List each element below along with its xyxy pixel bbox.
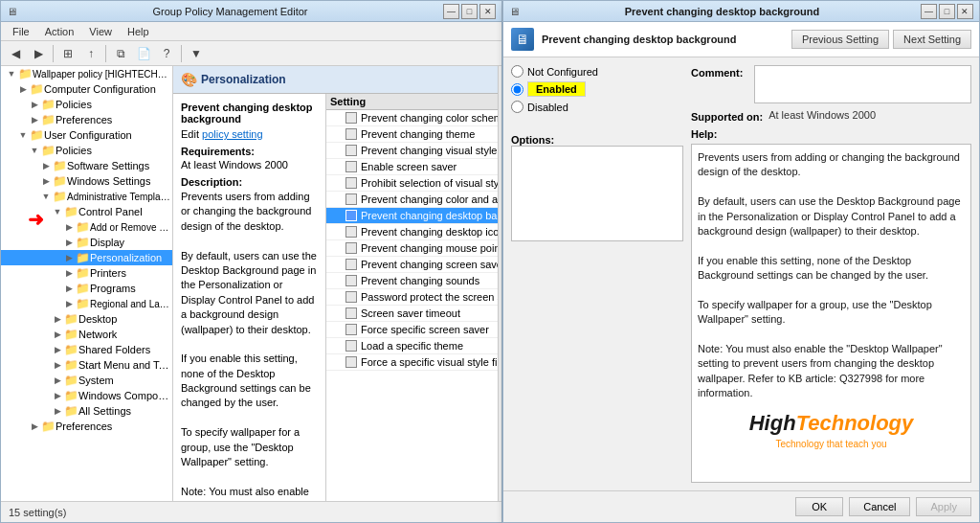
tree-item-user-config[interactable]: ▼ 📁 User Configuration (1, 127, 172, 143)
radio-not-configured[interactable]: Not Configured (511, 65, 683, 78)
menu-view[interactable]: View (81, 24, 120, 39)
tree-item-printers[interactable]: ▶ 📁 Printers (1, 265, 172, 281)
prev-setting-button[interactable]: Previous Setting (791, 30, 889, 49)
tree-item-policies-cc[interactable]: ▶ 📁 Policies (1, 97, 172, 112)
setting-item-1[interactable]: Prevent changing theme (326, 126, 498, 143)
setting-item-10[interactable]: Prevent changing sounds (326, 273, 498, 289)
dialog-minimize-button[interactable]: — (921, 4, 937, 19)
expand-icon-uc: ▼ (16, 130, 30, 140)
setting-item-8[interactable]: Prevent changing mouse pointers (326, 240, 498, 257)
help-button[interactable]: ? (156, 43, 177, 64)
cancel-button[interactable]: Cancel (849, 497, 910, 516)
radio-enabled-input[interactable] (511, 83, 523, 96)
setting-item-13[interactable]: Force specific screen saver (326, 322, 498, 338)
forward-button[interactable]: ▶ (28, 43, 49, 64)
filter-button[interactable]: ▼ (186, 43, 207, 64)
apply-button[interactable]: Apply (916, 497, 971, 516)
tree-item-controlpanel[interactable]: ▼ 📁 Control Panel (1, 204, 172, 219)
setting-icon-0 (345, 112, 357, 124)
setting-item-5[interactable]: Prevent changing color and appearance (326, 192, 498, 208)
maximize-button[interactable]: □ (461, 4, 478, 19)
folder-icon-desk: 📁 (64, 312, 78, 326)
edit-policy-link[interactable]: policy setting (202, 128, 263, 140)
tree-item-wincomp[interactable]: ▶ 📁 Windows Components (1, 388, 172, 403)
dialog-title-bar: 🖥 Prevent changing desktop background — … (503, 1, 979, 22)
minimize-button[interactable]: — (443, 4, 459, 19)
tree-item-policies-uc[interactable]: ▼ 📁 Policies (1, 143, 172, 158)
dialog-close-button[interactable]: ✕ (957, 4, 973, 19)
tree-item-shared[interactable]: ▶ 📁 Shared Folders (1, 342, 172, 357)
tree-item-personalization[interactable]: ▶ 📁 Personalization (1, 250, 172, 265)
tree-label-prn: Printers (90, 267, 126, 279)
tree-pane: ▼ 📁 Wallpaper policy [HIGHTECHNOLOGY-D ▶… (1, 66, 173, 522)
tree-item-regional[interactable]: ▶ 📁 Regional and Langua... (1, 296, 172, 311)
next-setting-button[interactable]: Next Setting (893, 30, 971, 49)
tree-item-root[interactable]: ▼ 📁 Wallpaper policy [HIGHTECHNOLOGY-D (1, 66, 172, 81)
logo-area: HighTechnology Technology that teach you (698, 409, 965, 452)
radio-disabled[interactable]: Disabled (511, 101, 683, 113)
close-button[interactable]: ✕ (479, 4, 496, 19)
tree-item-system[interactable]: ▶ 📁 System (1, 373, 172, 388)
tree-label-sw: Software Settings (67, 160, 149, 171)
setting-icon-2 (345, 145, 357, 156)
new-window-button[interactable]: ⧉ (110, 43, 131, 64)
tree-item-allsettings[interactable]: ▶ 📁 All Settings (1, 403, 172, 419)
tree-label-desk: Desktop (78, 313, 117, 325)
setting-item-14[interactable]: Load a specific theme (326, 338, 498, 354)
menu-help[interactable]: Help (120, 24, 157, 39)
tree-item-prefs-uc[interactable]: ▶ 📁 Preferences (1, 419, 172, 434)
tree-item-desktop[interactable]: ▶ 📁 Desktop (1, 311, 172, 327)
setting-item-7[interactable]: Prevent changing desktop icons (326, 224, 498, 240)
radio-not-configured-input[interactable] (511, 65, 523, 78)
tree-item-admtemplates[interactable]: ▼ 📁 Administrative Templates: Po (1, 189, 172, 204)
dialog-maximize-button[interactable]: □ (939, 4, 955, 19)
setting-item-11[interactable]: Password protect the screen saver (326, 289, 498, 306)
tree-item-software[interactable]: ▶ 📁 Software Settings (1, 158, 172, 173)
back-button[interactable]: ◀ (5, 43, 26, 64)
setting-item-4[interactable]: Prohibit selection of visual style font … (326, 175, 498, 192)
menu-file[interactable]: File (5, 24, 37, 39)
tree-label-pref-uc: Preferences (56, 421, 112, 432)
setting-icon-15 (345, 356, 357, 368)
folder-icon-adm: 📁 (53, 190, 67, 203)
setting-icon-6 (345, 210, 357, 221)
setting-item-15[interactable]: Force a specific visual style file or fo… (326, 354, 498, 371)
menu-action[interactable]: Action (37, 24, 82, 39)
ok-button[interactable]: OK (795, 497, 843, 516)
tree-item-programs[interactable]: ▶ 📁 Programs (1, 281, 172, 296)
tree-item-computer-config[interactable]: ▶ 📁 Computer Configuration (1, 81, 172, 97)
expand-icon-pref-uc: ▶ (28, 421, 41, 431)
logo-tech: Technology (796, 411, 914, 435)
dialog-window: 🖥 Prevent changing desktop background — … (502, 0, 980, 523)
comment-textarea[interactable] (754, 65, 971, 103)
expand-icon-prn: ▶ (62, 268, 76, 278)
tree-label-disp: Display (90, 237, 124, 248)
dialog-window-controls[interactable]: — □ ✕ (921, 4, 973, 19)
show-hide-button[interactable]: ⊞ (57, 43, 78, 64)
tree-item-addremove[interactable]: ▶ 📁 Add or Remove Progr... (1, 219, 172, 235)
setting-icon-13 (345, 324, 357, 335)
expand-icon-sf: ▶ (51, 345, 64, 354)
tree-item-prefs-cc[interactable]: ▶ 📁 Preferences (1, 112, 172, 127)
radio-enabled[interactable]: Enabled (511, 81, 683, 97)
setting-item-12[interactable]: Screen saver timeout (326, 306, 498, 322)
expand-icon-sw: ▶ (39, 161, 53, 171)
tree-label-uc: User Configuration (44, 129, 132, 141)
window-controls[interactable]: — □ ✕ (443, 4, 496, 19)
setting-item-3[interactable]: Enable screen saver (326, 159, 498, 175)
setting-item-0[interactable]: Prevent changing color scheme (326, 110, 498, 126)
properties-button[interactable]: 📄 (133, 43, 154, 64)
up-button[interactable]: ↑ (80, 43, 101, 64)
setting-item-2[interactable]: Prevent changing visual style for window… (326, 143, 498, 159)
setting-item-6[interactable]: Prevent changing desktop background (326, 208, 498, 224)
requirements-label: Requirements: (181, 146, 318, 157)
tree-item-startmenu[interactable]: ▶ 📁 Start Menu and Taskbar (1, 357, 172, 373)
tree-label-pol-cc: Policies (56, 99, 92, 110)
setting-item-9[interactable]: Prevent changing screen saver (326, 257, 498, 273)
setting-icon-10 (345, 275, 357, 286)
tree-item-windows[interactable]: ▶ 📁 Windows Settings (1, 173, 172, 189)
radio-disabled-input[interactable] (511, 101, 523, 113)
tree-item-network[interactable]: ▶ 📁 Network (1, 327, 172, 342)
tree-item-display[interactable]: ▶ 📁 Display (1, 235, 172, 250)
folder-icon-as: 📁 (64, 404, 78, 418)
